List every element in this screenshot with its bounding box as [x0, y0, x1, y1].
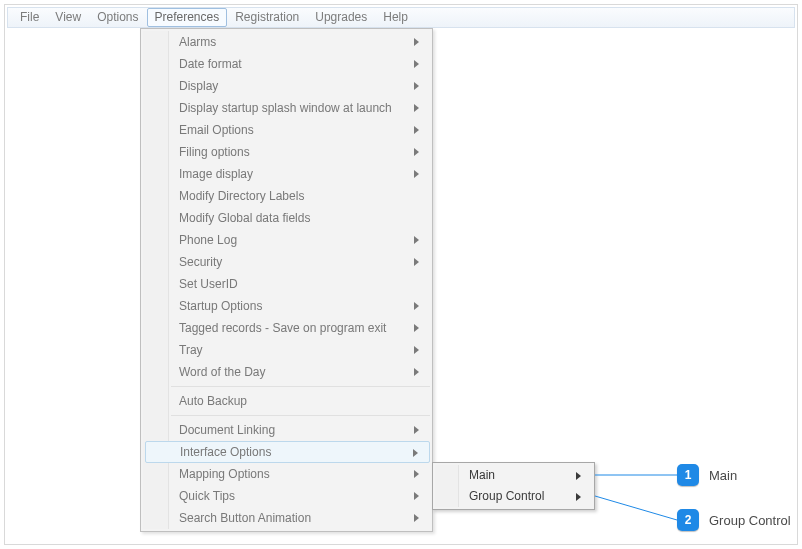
- callout-label-2: Group Control: [709, 513, 791, 528]
- svg-marker-7: [414, 236, 419, 244]
- svg-marker-18: [576, 472, 581, 480]
- svg-marker-15: [414, 470, 419, 478]
- menu-item-auto-backup[interactable]: Auto Backup: [171, 390, 430, 412]
- svg-marker-13: [414, 426, 419, 434]
- menu-item-email-options[interactable]: Email Options: [171, 119, 430, 141]
- menu-item-label: Alarms: [179, 35, 216, 49]
- submenu-arrow-icon: [414, 148, 420, 156]
- menu-separator: [171, 415, 430, 416]
- svg-marker-6: [414, 170, 419, 178]
- menu-item-alarms[interactable]: Alarms: [171, 31, 430, 53]
- svg-marker-19: [576, 493, 581, 501]
- svg-marker-16: [414, 492, 419, 500]
- submenu-arrow-icon: [414, 346, 420, 354]
- svg-marker-1: [414, 60, 419, 68]
- menu-item-label: Modify Directory Labels: [179, 189, 304, 203]
- callout-label-1: Main: [709, 468, 737, 483]
- svg-marker-11: [414, 346, 419, 354]
- menu-file[interactable]: File: [12, 8, 47, 27]
- preferences-dropdown: Alarms Date format Display Display start…: [140, 28, 433, 532]
- menu-item-label: Date format: [179, 57, 242, 71]
- submenu-arrow-icon: [414, 258, 420, 266]
- submenu-item-main[interactable]: Main: [461, 465, 592, 486]
- menu-item-image-display[interactable]: Image display: [171, 163, 430, 185]
- menu-view[interactable]: View: [47, 8, 89, 27]
- menu-item-interface-options[interactable]: Interface Options: [145, 441, 430, 463]
- menu-item-tagged-records[interactable]: Tagged records - Save on program exit: [171, 317, 430, 339]
- svg-line-21: [595, 496, 677, 520]
- svg-marker-14: [413, 449, 418, 457]
- svg-marker-10: [414, 324, 419, 332]
- menu-upgrades[interactable]: Upgrades: [307, 8, 375, 27]
- menu-preferences[interactable]: Preferences: [147, 8, 228, 27]
- menu-item-quick-tips[interactable]: Quick Tips: [171, 485, 430, 507]
- svg-marker-12: [414, 368, 419, 376]
- submenu-arrow-icon: [414, 426, 420, 434]
- menu-item-label: Group Control: [469, 489, 544, 503]
- app-frame: File View Options Preferences Registrati…: [4, 4, 798, 545]
- svg-marker-8: [414, 258, 419, 266]
- menu-item-display[interactable]: Display: [171, 75, 430, 97]
- callout-connector-2: [595, 490, 685, 530]
- menu-item-label: Auto Backup: [179, 394, 247, 408]
- submenu-arrow-icon: [576, 493, 582, 501]
- menu-item-label: Main: [469, 468, 495, 482]
- menu-item-label: Interface Options: [180, 445, 271, 459]
- menu-item-label: Email Options: [179, 123, 254, 137]
- menu-item-label: Document Linking: [179, 423, 275, 437]
- menu-item-label: Image display: [179, 167, 253, 181]
- menu-item-word-of-the-day[interactable]: Word of the Day: [171, 361, 430, 383]
- menu-item-filing-options[interactable]: Filing options: [171, 141, 430, 163]
- submenu-item-group-control[interactable]: Group Control: [461, 486, 592, 507]
- svg-marker-9: [414, 302, 419, 310]
- menu-item-mapping-options[interactable]: Mapping Options: [171, 463, 430, 485]
- menu-item-modify-global-data-fields[interactable]: Modify Global data fields: [171, 207, 430, 229]
- menubar: File View Options Preferences Registrati…: [7, 7, 795, 28]
- menu-item-set-userid[interactable]: Set UserID: [171, 273, 430, 295]
- menu-item-label: Tray: [179, 343, 203, 357]
- menu-help[interactable]: Help: [375, 8, 416, 27]
- submenu-icon-gutter: [435, 465, 459, 507]
- menu-item-document-linking[interactable]: Document Linking: [171, 419, 430, 441]
- callout-badge-1: 1: [677, 464, 699, 486]
- callout-connector-1: [595, 467, 685, 487]
- menu-options[interactable]: Options: [89, 8, 146, 27]
- submenu-arrow-icon: [414, 302, 420, 310]
- submenu-arrow-icon: [414, 60, 420, 68]
- submenu-arrow-icon: [414, 368, 420, 376]
- submenu-arrow-icon: [414, 104, 420, 112]
- submenu-arrow-icon: [576, 472, 582, 480]
- menu-item-label: Display: [179, 79, 218, 93]
- menu-item-label: Tagged records - Save on program exit: [179, 321, 386, 335]
- menu-item-label: Modify Global data fields: [179, 211, 310, 225]
- svg-marker-4: [414, 126, 419, 134]
- menu-item-search-button-animation[interactable]: Search Button Animation: [171, 507, 430, 529]
- menu-item-label: Search Button Animation: [179, 511, 311, 525]
- callout-badge-2: 2: [677, 509, 699, 531]
- menu-item-label: Startup Options: [179, 299, 262, 313]
- svg-marker-5: [414, 148, 419, 156]
- submenu-arrow-icon: [414, 514, 420, 522]
- menu-item-label: Filing options: [179, 145, 250, 159]
- submenu-arrow-icon: [414, 324, 420, 332]
- menu-item-modify-directory-labels[interactable]: Modify Directory Labels: [171, 185, 430, 207]
- menu-item-tray[interactable]: Tray: [171, 339, 430, 361]
- submenu-arrow-icon: [414, 38, 420, 46]
- submenu-arrow-icon: [414, 82, 420, 90]
- menu-item-label: Phone Log: [179, 233, 237, 247]
- submenu-arrow-icon: [413, 449, 419, 457]
- menu-separator: [171, 386, 430, 387]
- svg-marker-3: [414, 104, 419, 112]
- menu-item-label: Display startup splash window at launch: [179, 101, 392, 115]
- menu-item-date-format[interactable]: Date format: [171, 53, 430, 75]
- menu-item-security[interactable]: Security: [171, 251, 430, 273]
- submenu-arrow-icon: [414, 236, 420, 244]
- menu-registration[interactable]: Registration: [227, 8, 307, 27]
- menu-item-label: Mapping Options: [179, 467, 270, 481]
- menu-item-startup-options[interactable]: Startup Options: [171, 295, 430, 317]
- interface-options-submenu: Main Group Control: [432, 462, 595, 510]
- menu-item-display-startup-splash[interactable]: Display startup splash window at launch: [171, 97, 430, 119]
- menu-item-phone-log[interactable]: Phone Log: [171, 229, 430, 251]
- menu-item-label: Security: [179, 255, 222, 269]
- svg-marker-2: [414, 82, 419, 90]
